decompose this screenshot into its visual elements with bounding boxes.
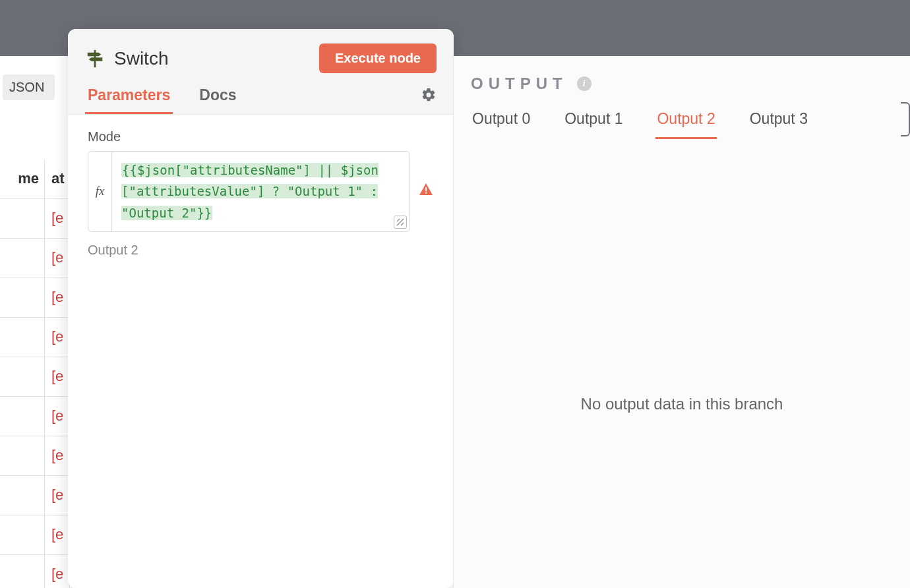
table-header-cell: at xyxy=(45,160,70,198)
table-cell: [e xyxy=(45,476,70,515)
expression-input[interactable]: fx {{$json["attributesName"] || $json["a… xyxy=(88,151,410,232)
input-table-fragment: me at [e [e [e [e [e [e [e [e [e [e xyxy=(0,160,73,588)
json-view-badge[interactable]: JSON xyxy=(3,74,55,100)
table-cell: [e xyxy=(45,318,70,357)
fx-indicator: fx xyxy=(88,152,112,231)
tab-output-1[interactable]: Output 1 xyxy=(563,110,624,139)
table-cell: [e xyxy=(45,515,70,554)
modal-header: Switch Execute node Parameters Docs xyxy=(68,29,454,115)
warning-icon xyxy=(418,182,434,200)
output-panel: OUTPUT i Output 0 Output 1 Output 2 Outp… xyxy=(453,56,910,588)
node-title: Switch xyxy=(114,48,168,69)
table-cell: [e xyxy=(45,278,70,317)
signpost-icon xyxy=(85,49,105,69)
tab-output-2[interactable]: Output 2 xyxy=(655,110,716,139)
panel-drag-handle[interactable] xyxy=(901,102,910,136)
table-cell: [e xyxy=(45,357,70,396)
gear-icon[interactable] xyxy=(421,94,437,105)
resize-handle-icon[interactable] xyxy=(394,216,407,229)
tab-output-3[interactable]: Output 3 xyxy=(748,110,809,139)
parameter-label-mode: Mode xyxy=(88,129,434,144)
table-cell: [e xyxy=(45,436,70,475)
table-cell: [e xyxy=(45,397,70,436)
execute-node-button[interactable]: Execute node xyxy=(319,44,437,73)
node-editor-modal: Switch Execute node Parameters Docs Mode… xyxy=(68,29,454,588)
table-header-cell: me xyxy=(0,160,45,198)
svg-rect-2 xyxy=(425,192,427,194)
table-cell: [e xyxy=(45,239,70,278)
tab-parameters[interactable]: Parameters xyxy=(85,86,173,114)
tab-output-0[interactable]: Output 0 xyxy=(471,110,531,139)
output-heading: OUTPUT xyxy=(471,74,568,93)
table-cell: [e xyxy=(45,555,70,588)
info-icon[interactable]: i xyxy=(577,76,592,91)
output-empty-message: No output data in this branch xyxy=(454,395,910,413)
expression-text[interactable]: {{$json["attributesName"] || $json["attr… xyxy=(112,152,410,231)
svg-rect-1 xyxy=(425,187,427,191)
output-tabs: Output 0 Output 1 Output 2 Output 3 xyxy=(471,110,893,139)
modal-body: Mode fx {{$json["attributesName"] || $js… xyxy=(68,115,454,272)
expression-result: Output 2 xyxy=(88,243,434,258)
table-cell: [e xyxy=(45,199,70,238)
tab-docs[interactable]: Docs xyxy=(197,86,239,114)
